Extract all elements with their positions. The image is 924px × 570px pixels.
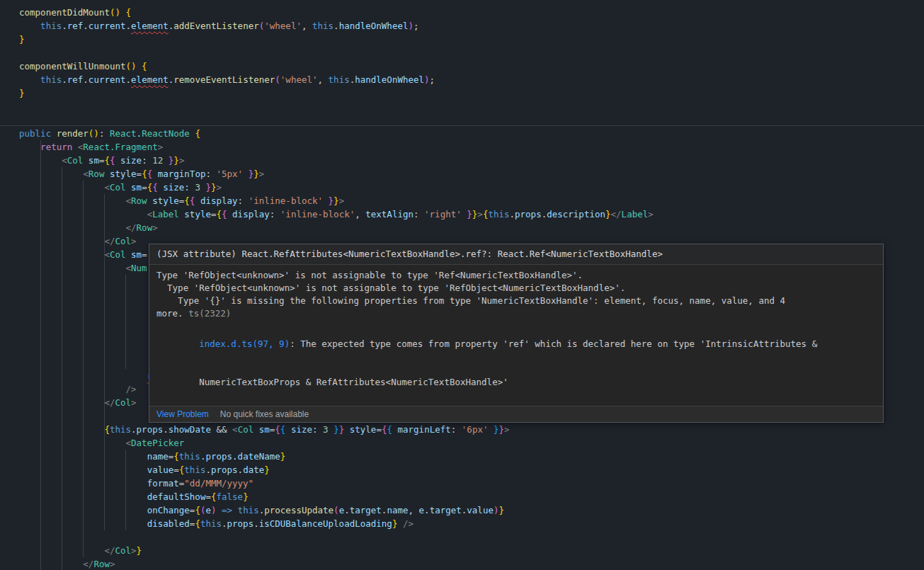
code-line[interactable]: [19, 100, 924, 113]
error-message: Type 'RefObject<unknown>' is not assigna…: [156, 269, 876, 320]
code-line[interactable]: disabled={this.props.isCDUBalanceUploadL…: [19, 517, 924, 530]
code-line[interactable]: [19, 46, 924, 59]
code-line[interactable]: <Row style={{ marginTop: '5px' }}>: [19, 167, 924, 181]
no-quick-fixes-label: No quick fixes available: [220, 409, 309, 419]
code-line[interactable]: <DatePicker: [19, 436, 924, 450]
hover-signature: (JSX attribute) React.RefAttributes<Nume…: [149, 244, 883, 265]
code-line[interactable]: </Col>}: [19, 544, 924, 557]
code-line[interactable]: onChange={(e) => this.processUpdate(e.ta…: [19, 503, 924, 517]
hover-status-bar: View Problem No quick fixes available: [149, 406, 883, 422]
error-line: Type 'RefObject<unknown>' is not assigna…: [156, 269, 876, 282]
view-problem-link[interactable]: View Problem: [156, 409, 209, 419]
code-line[interactable]: </Row>: [19, 221, 924, 234]
related-text-line1: : The expected type comes from property …: [290, 338, 817, 349]
code-line[interactable]: [19, 113, 924, 127]
hover-tooltip: (JSX attribute) React.RefAttributes<Nume…: [149, 244, 884, 423]
code-line[interactable]: name={this.props.dateName}: [19, 450, 924, 463]
code-line[interactable]: }: [19, 33, 924, 46]
hover-body: Type 'RefObject<unknown>' is not assigna…: [149, 265, 883, 406]
error-code: ts(2322): [183, 308, 232, 319]
code-line[interactable]: {this.props.showDate && <Col sm={{ size:…: [19, 423, 924, 436]
code-line[interactable]: defaultShow={false}: [19, 490, 924, 503]
related-file-link[interactable]: index.d.ts(97, 9): [199, 338, 290, 349]
code-line[interactable]: <Label style={{ display: 'inline-block',…: [19, 207, 924, 221]
error-line: Type 'RefObject<unknown>' is not assigna…: [156, 282, 876, 295]
code-line[interactable]: </Row>: [19, 557, 924, 570]
code-line[interactable]: <Col sm={{ size: 3 }}>: [19, 181, 924, 194]
code-line[interactable]: value={this.props.date}: [19, 463, 924, 477]
code-line[interactable]: format="dd/MMM/yyyy": [19, 477, 924, 490]
related-text-line2: NumericTextBoxProps & RefAttributes<Nume…: [199, 377, 508, 387]
code-line[interactable]: this.ref.current.element.removeEventList…: [19, 73, 924, 86]
code-line[interactable]: [19, 530, 924, 544]
code-line[interactable]: }: [19, 86, 924, 100]
code-line[interactable]: componentDidMount() {: [19, 6, 924, 19]
code-line[interactable]: this.ref.current.element.addEventListene…: [19, 19, 924, 33]
code-line[interactable]: public render(): React.ReactNode {: [19, 127, 924, 140]
code-line[interactable]: return <React.Fragment>: [19, 140, 924, 154]
error-line: more. ts(2322): [156, 307, 876, 320]
code-line[interactable]: <Row style={{ display: 'inline-block' }}…: [19, 194, 924, 207]
error-line: Type '{}' is missing the following prope…: [156, 295, 876, 307]
related-info: index.d.ts(97, 9): The expected type com…: [156, 325, 876, 401]
code-line[interactable]: componentWillUnmount() {: [19, 59, 924, 73]
code-line[interactable]: <Col sm={{ size: 12 }}>: [19, 154, 924, 167]
